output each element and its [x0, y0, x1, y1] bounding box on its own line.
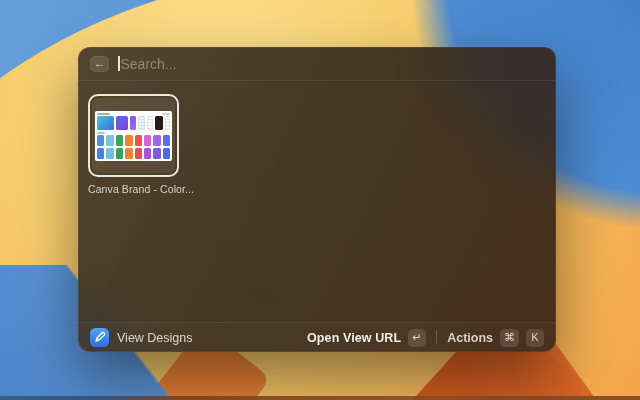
selection-border — [88, 94, 179, 177]
color-swatch — [165, 116, 170, 130]
color-swatch — [153, 135, 160, 146]
back-button[interactable]: ← — [90, 56, 109, 72]
design-thumbnail — [95, 111, 172, 161]
search-field-wrap — [118, 56, 544, 72]
color-swatch — [144, 135, 151, 146]
launcher-window: ← — [78, 47, 556, 352]
results-grid: Canva Brand - Color... — [78, 81, 556, 322]
cmd-key-icon: ⌘ — [500, 329, 519, 347]
color-swatch — [163, 148, 170, 159]
palette-row-gradients — [97, 116, 170, 130]
pencil-icon — [90, 328, 109, 347]
enter-key-icon: ↵ — [408, 329, 426, 347]
primary-action-label: Open View URL — [307, 331, 401, 345]
thumbnail-title-bar — [97, 113, 110, 115]
grid-item-label: Canva Brand - Color... — [88, 183, 188, 195]
color-swatch — [106, 148, 113, 159]
source-label: View Designs — [117, 331, 193, 345]
color-swatch — [153, 148, 160, 159]
color-swatch — [116, 148, 123, 159]
tile-background — [92, 98, 175, 173]
color-swatch — [155, 116, 163, 130]
wallpaper-bottom-edge — [0, 396, 640, 400]
actions-menu-button[interactable]: Actions ⌘ K — [447, 329, 544, 347]
color-swatch — [97, 148, 104, 159]
color-swatch — [116, 116, 129, 130]
color-swatch — [125, 135, 132, 146]
thumbnail-header — [97, 113, 170, 115]
color-swatch — [125, 148, 132, 159]
palette-row-colors-1 — [97, 135, 170, 146]
thumbnail-section-bar — [97, 132, 105, 134]
color-swatch — [106, 135, 113, 146]
thumbnail-label-bar — [162, 113, 170, 115]
color-swatch — [135, 148, 142, 159]
search-bar: ← — [78, 47, 556, 81]
color-swatch — [144, 148, 151, 159]
color-swatch — [135, 135, 142, 146]
search-input[interactable] — [121, 56, 545, 72]
color-swatch — [138, 116, 145, 130]
color-swatch — [163, 135, 170, 146]
footer-divider — [436, 331, 437, 344]
back-arrow-icon: ← — [94, 58, 105, 69]
primary-action-button[interactable]: Open View URL ↵ — [307, 329, 426, 347]
k-key-icon: K — [526, 329, 544, 347]
grid-item-canva-brand[interactable]: Canva Brand - Color... — [88, 94, 188, 195]
text-caret — [118, 56, 120, 71]
color-swatch — [147, 116, 153, 130]
color-swatch — [130, 116, 136, 130]
color-swatch — [97, 135, 104, 146]
color-swatch — [97, 116, 114, 130]
palette-row-colors-2 — [97, 148, 170, 159]
color-swatch — [116, 135, 123, 146]
action-bar: View Designs Open View URL ↵ Actions ⌘ K — [78, 322, 556, 352]
actions-label: Actions — [447, 331, 493, 345]
